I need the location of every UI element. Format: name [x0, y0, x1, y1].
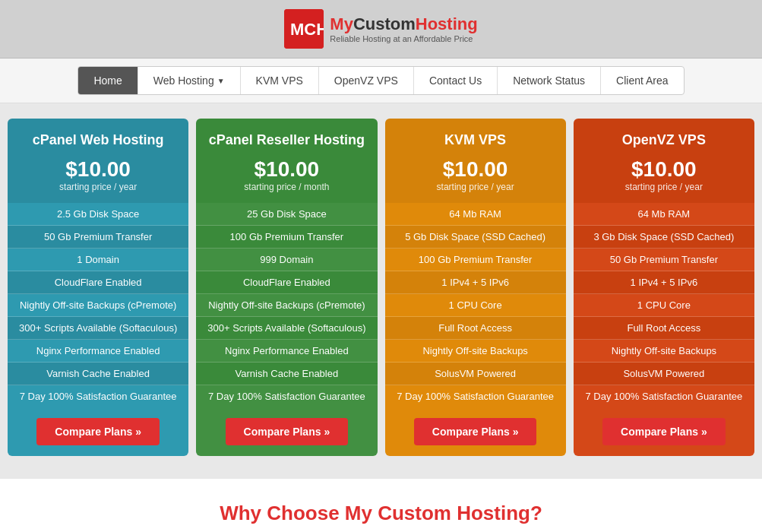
- feature-item: 999 Domain: [196, 249, 377, 271]
- feature-item: Full Root Access: [385, 317, 566, 340]
- feature-item: 100 Gb Premium Transfer: [385, 249, 566, 271]
- card-cpanel-web-period: starting price / year: [15, 182, 181, 192]
- feature-item: 64 Mb RAM: [574, 203, 754, 226]
- feature-item: 1 IPv4 + 5 IPv6: [574, 271, 754, 294]
- card-kvm-features: 64 Mb RAM 5 Gb Disk Space (SSD Cached) 1…: [385, 203, 566, 407]
- logo-text: MyCustomHosting Reliable Hosting at an A…: [330, 14, 477, 43]
- feature-item: Varnish Cache Enabled: [8, 363, 188, 385]
- why-title: Why Choose My Custom Hosting?: [15, 502, 747, 525]
- feature-item: 1 CPU Core: [574, 294, 754, 317]
- feature-item: Nginx Performance Enabled: [8, 340, 188, 363]
- card-cpanel-reseller-header: cPanel Reseller Hosting $10.00 starting …: [196, 119, 377, 203]
- nav-item-home[interactable]: Home: [78, 67, 138, 94]
- card-cpanel-web-footer: Compare Plans »: [8, 407, 188, 456]
- site-header: MCH MyCustomHosting Reliable Hosting at …: [0, 0, 762, 59]
- card-openvz-header: OpenVZ VPS $10.00 starting price / year: [574, 119, 754, 203]
- card-cpanel-web-price: $10.00: [15, 157, 181, 182]
- nav-item-contact-us[interactable]: Contact Us: [414, 67, 498, 94]
- feature-item: 64 Mb RAM: [385, 203, 566, 226]
- card-openvz-price: $10.00: [581, 157, 747, 182]
- card-kvm-price: $10.00: [393, 157, 558, 182]
- card-openvz-features: 64 Mb RAM 3 Gb Disk Space (SSD Cached) 5…: [574, 203, 754, 407]
- feature-item: CloudFlare Enabled: [196, 271, 377, 294]
- card-kvm-footer: Compare Plans »: [385, 407, 566, 456]
- feature-item: 1 CPU Core: [385, 294, 566, 317]
- feature-item: SolusVM Powered: [574, 363, 754, 385]
- card-cpanel-reseller-period: starting price / month: [204, 182, 369, 192]
- feature-item: 7 Day 100% Satisfaction Guarantee: [385, 385, 566, 407]
- card-openvz-vps: OpenVZ VPS $10.00 starting price / year …: [574, 119, 754, 456]
- feature-item: Nightly Off-site Backups: [385, 340, 566, 363]
- dropdown-arrow: ▼: [217, 77, 225, 85]
- svg-text:MCH: MCH: [290, 20, 324, 39]
- card-cpanel-web: cPanel Web Hosting $10.00 starting price…: [8, 119, 188, 456]
- feature-item: 3 Gb Disk Space (SSD Cached): [574, 226, 754, 249]
- feature-item: 300+ Scripts Available (Softaculous): [8, 317, 188, 340]
- compare-plans-button-cpanel-reseller[interactable]: Compare Plans »: [226, 418, 349, 445]
- feature-item: 300+ Scripts Available (Softaculous): [196, 317, 377, 340]
- feature-item: 2.5 Gb Disk Space: [8, 203, 188, 226]
- compare-plans-button-cpanel-web[interactable]: Compare Plans »: [36, 418, 160, 445]
- feature-item: 1 Domain: [8, 249, 188, 271]
- feature-item: 7 Day 100% Satisfaction Guarantee: [574, 385, 754, 407]
- feature-item: Nightly Off-site Backups (cPremote): [8, 294, 188, 317]
- compare-plans-button-openvz[interactable]: Compare Plans »: [602, 418, 726, 445]
- feature-item: 7 Day 100% Satisfaction Guarantee: [8, 385, 188, 407]
- nav-item-client-area[interactable]: Client Area: [601, 67, 683, 94]
- feature-item: 7 Day 100% Satisfaction Guarantee: [196, 385, 377, 407]
- card-kvm-header: KVM VPS $10.00 starting price / year: [385, 119, 566, 203]
- card-kvm-title: KVM VPS: [393, 132, 558, 148]
- why-section: Why Choose My Custom Hosting?: [0, 479, 762, 532]
- feature-item: 5 Gb Disk Space (SSD Cached): [385, 226, 566, 249]
- nav-item-openvz-vps[interactable]: OpenVZ VPS: [319, 67, 414, 94]
- nav-inner: Home Web Hosting ▼ KVM VPS OpenVZ VPS Co…: [77, 66, 684, 95]
- feature-item: Nightly Off-site Backups: [574, 340, 754, 363]
- card-openvz-footer: Compare Plans »: [574, 407, 754, 456]
- feature-item: 1 IPv4 + 5 IPv6: [385, 271, 566, 294]
- feature-item: SolusVM Powered: [385, 363, 566, 385]
- nav-item-kvm-vps[interactable]: KVM VPS: [241, 67, 319, 94]
- card-cpanel-web-header: cPanel Web Hosting $10.00 starting price…: [8, 119, 188, 203]
- nav-item-web-hosting[interactable]: Web Hosting ▼: [138, 67, 241, 94]
- logo-tagline: Reliable Hosting at an Affordable Price: [330, 34, 477, 43]
- feature-item: CloudFlare Enabled: [8, 271, 188, 294]
- feature-item: 50 Gb Premium Transfer: [8, 226, 188, 249]
- card-cpanel-reseller-features: 25 Gb Disk Space 100 Gb Premium Transfer…: [196, 203, 377, 407]
- card-kvm-period: starting price / year: [393, 182, 558, 192]
- pricing-cards: cPanel Web Hosting $10.00 starting price…: [8, 119, 754, 456]
- card-cpanel-reseller-price: $10.00: [204, 157, 369, 182]
- logo-icon: MCH: [284, 9, 324, 49]
- compare-plans-button-kvm[interactable]: Compare Plans »: [414, 418, 537, 445]
- card-openvz-period: starting price / year: [581, 182, 747, 192]
- feature-item: Nightly Off-site Backups (cPremote): [196, 294, 377, 317]
- feature-item: 25 Gb Disk Space: [196, 203, 377, 226]
- card-cpanel-reseller: cPanel Reseller Hosting $10.00 starting …: [196, 119, 377, 456]
- feature-item: 50 Gb Premium Transfer: [574, 249, 754, 271]
- card-cpanel-web-title: cPanel Web Hosting: [15, 132, 181, 148]
- feature-item: Varnish Cache Enabled: [196, 363, 377, 385]
- card-cpanel-reseller-title: cPanel Reseller Hosting: [204, 132, 369, 148]
- nav-item-network-status[interactable]: Network Status: [498, 67, 601, 94]
- logo: MCH MyCustomHosting Reliable Hosting at …: [284, 9, 477, 49]
- card-cpanel-reseller-footer: Compare Plans »: [196, 407, 377, 456]
- card-kvm-vps: KVM VPS $10.00 starting price / year 64 …: [385, 119, 566, 456]
- logo-brand: MyCustomHosting: [330, 14, 477, 34]
- feature-item: Nginx Performance Enabled: [196, 340, 377, 363]
- card-openvz-title: OpenVZ VPS: [581, 132, 747, 148]
- card-cpanel-web-features: 2.5 Gb Disk Space 50 Gb Premium Transfer…: [8, 203, 188, 407]
- navigation: Home Web Hosting ▼ KVM VPS OpenVZ VPS Co…: [0, 59, 762, 103]
- main-content: cPanel Web Hosting $10.00 starting price…: [0, 103, 762, 471]
- feature-item: Full Root Access: [574, 317, 754, 340]
- feature-item: 100 Gb Premium Transfer: [196, 226, 377, 249]
